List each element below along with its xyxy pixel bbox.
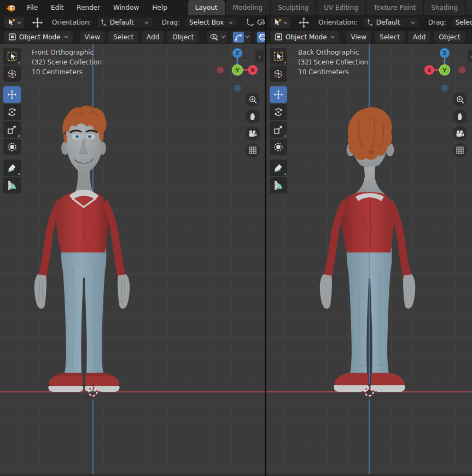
select-box-icon bbox=[273, 51, 283, 61]
tool-scale[interactable] bbox=[3, 121, 21, 138]
transform-orientation-button[interactable]: Global bbox=[246, 19, 265, 26]
viewport-header: Object Mode View Select Add Object bbox=[0, 30, 265, 44]
tool-column bbox=[3, 48, 21, 195]
tab-modeling[interactable]: Modeling bbox=[226, 0, 270, 15]
tab-shading[interactable]: Shading bbox=[424, 0, 465, 15]
chevron-down-icon bbox=[411, 21, 415, 24]
global-axes-icon bbox=[246, 19, 254, 26]
tool-select-box[interactable] bbox=[3, 48, 21, 64]
menu-edit[interactable]: Edit bbox=[44, 0, 70, 15]
menu-view[interactable]: View bbox=[80, 31, 105, 43]
tool-measure[interactable] bbox=[270, 177, 287, 193]
gizmo-x-label: X bbox=[427, 67, 432, 73]
tool-column bbox=[270, 48, 287, 195]
tab-sculpting[interactable]: Sculpting bbox=[271, 0, 316, 15]
gizmo-neg-z[interactable] bbox=[234, 85, 241, 92]
tool-measure[interactable] bbox=[3, 177, 21, 193]
zoom-button[interactable] bbox=[453, 92, 467, 107]
sidebar-toggle[interactable]: ‹ bbox=[468, 50, 472, 62]
character-model-front[interactable] bbox=[8, 104, 161, 396]
menu-help[interactable]: Help bbox=[145, 0, 173, 15]
tool-transform[interactable] bbox=[270, 139, 287, 155]
tab-layout[interactable]: Layout bbox=[188, 0, 225, 15]
tool-rotate[interactable] bbox=[3, 104, 21, 120]
mode-dropdown[interactable]: Object Mode bbox=[4, 31, 73, 43]
cursor-tool-icon bbox=[7, 69, 17, 79]
menu-select[interactable]: Select bbox=[375, 31, 405, 43]
zoom-icon bbox=[249, 96, 257, 104]
menu-file[interactable]: File bbox=[20, 0, 44, 15]
character-model-back[interactable] bbox=[294, 104, 447, 396]
active-tool-dropdown[interactable] bbox=[271, 17, 290, 28]
tool-select-box[interactable] bbox=[270, 48, 287, 64]
gizmo-neg-x[interactable] bbox=[217, 67, 224, 74]
move-tool-indicator[interactable] bbox=[298, 16, 310, 28]
tool-scale[interactable] bbox=[270, 121, 287, 138]
move-icon bbox=[7, 90, 17, 99]
annotate-pencil-icon bbox=[273, 163, 283, 173]
move-tool-indicator[interactable] bbox=[31, 16, 43, 28]
menu-render[interactable]: Render bbox=[70, 0, 107, 15]
orientation-dropdown[interactable]: Default bbox=[96, 17, 153, 28]
chevron-down-icon bbox=[283, 21, 288, 24]
tab-animation[interactable]: Animation bbox=[466, 0, 472, 15]
orientation-value: Default bbox=[110, 19, 141, 26]
camera-view-button[interactable] bbox=[246, 126, 260, 140]
mode-dropdown[interactable]: Object Mode bbox=[271, 31, 339, 43]
orthographic-toggle-button[interactable] bbox=[246, 143, 260, 157]
menu-object[interactable]: Object bbox=[167, 31, 199, 43]
orientation-label: Orientation: bbox=[318, 19, 358, 26]
tool-annotate[interactable] bbox=[270, 160, 287, 176]
scale-icon bbox=[273, 125, 283, 134]
gizmo-neg-z[interactable] bbox=[441, 85, 448, 92]
viewport-front: Orientation: Default Drag: Select Box bbox=[0, 15, 265, 476]
scale-icon bbox=[7, 125, 17, 134]
tool-cursor[interactable] bbox=[270, 66, 287, 82]
measure-icon bbox=[273, 180, 283, 190]
camera-view-button[interactable] bbox=[453, 126, 467, 140]
chevron-down-icon bbox=[245, 36, 249, 38]
tool-move[interactable] bbox=[270, 86, 287, 103]
visibility-dropdown[interactable] bbox=[207, 31, 227, 43]
active-tool-dropdown[interactable] bbox=[4, 17, 24, 28]
menu-window[interactable]: Window bbox=[107, 0, 145, 15]
drag-dropdown[interactable]: Select Box bbox=[185, 17, 237, 28]
tool-transform[interactable] bbox=[3, 139, 21, 155]
mode-label: Object Mode bbox=[285, 33, 327, 41]
orientation-label: Orientation: bbox=[52, 19, 91, 26]
orientation-dropdown[interactable]: Default bbox=[363, 17, 419, 28]
gizmo-neg-x[interactable] bbox=[459, 67, 466, 74]
menu-select[interactable]: Select bbox=[108, 31, 138, 43]
tab-texture-paint[interactable]: Texture Paint bbox=[366, 0, 423, 15]
tab-uv-editing[interactable]: UV Editing bbox=[317, 0, 365, 15]
zoom-button[interactable] bbox=[246, 92, 260, 107]
drag-dropdown[interactable]: Select Box bbox=[451, 17, 472, 28]
menu-add[interactable]: Add bbox=[142, 31, 164, 43]
tool-annotate[interactable] bbox=[3, 160, 21, 176]
sidebar-toggle[interactable]: ‹ bbox=[255, 50, 264, 62]
menu-view[interactable]: View bbox=[346, 31, 371, 43]
tool-move[interactable] bbox=[3, 86, 21, 103]
tool-cursor[interactable] bbox=[3, 66, 21, 82]
hand-icon bbox=[456, 113, 464, 121]
annotate-pencil-icon bbox=[7, 163, 17, 173]
tool-rotate[interactable] bbox=[270, 104, 287, 120]
pan-button[interactable] bbox=[246, 109, 260, 124]
gizmos-dropdown[interactable] bbox=[231, 31, 251, 43]
move-cross-icon bbox=[299, 17, 309, 28]
viewport-canvas-front[interactable]: Front Orthographic (32) Scene Collection… bbox=[0, 44, 265, 476]
object-mode-icon bbox=[275, 33, 282, 40]
overlays-dropdown[interactable] bbox=[255, 31, 265, 43]
navigation-gizmo[interactable]: Z X Y bbox=[217, 46, 260, 93]
pan-button[interactable] bbox=[453, 109, 467, 124]
navigation-gizmo[interactable]: Z X Y bbox=[424, 46, 468, 93]
viewport-nav-buttons bbox=[453, 92, 467, 157]
move-icon bbox=[273, 90, 283, 99]
blender-logo-icon[interactable] bbox=[5, 3, 16, 12]
menu-add[interactable]: Add bbox=[408, 31, 430, 43]
menu-object[interactable]: Object bbox=[434, 31, 465, 43]
3d-cursor bbox=[85, 384, 101, 400]
view-name-label: Front Orthographic bbox=[32, 48, 102, 57]
orthographic-toggle-button[interactable] bbox=[453, 143, 467, 157]
viewport-canvas-back[interactable]: Back Orthographic (32) Scene Collection … bbox=[266, 44, 472, 476]
